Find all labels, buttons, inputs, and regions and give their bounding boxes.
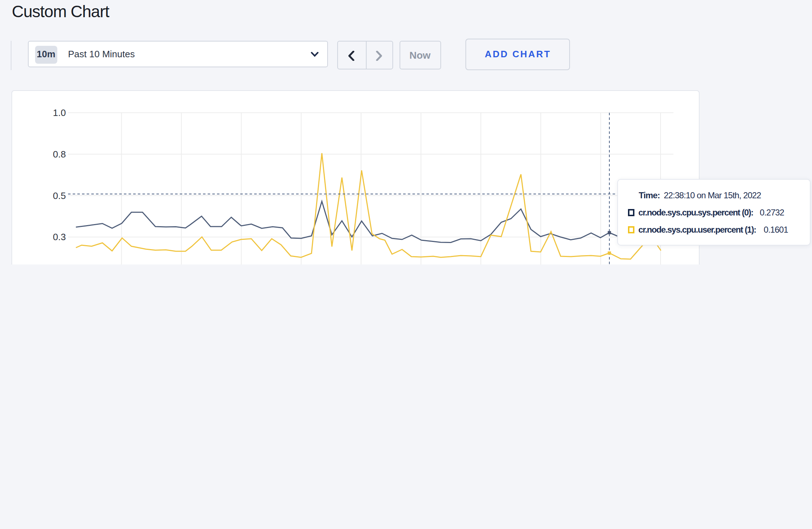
- svg-text:0.8: 0.8: [53, 149, 66, 160]
- svg-text:1.0: 1.0: [53, 107, 66, 118]
- svg-text:0.5: 0.5: [53, 190, 66, 201]
- svg-text:0.3: 0.3: [53, 232, 66, 242]
